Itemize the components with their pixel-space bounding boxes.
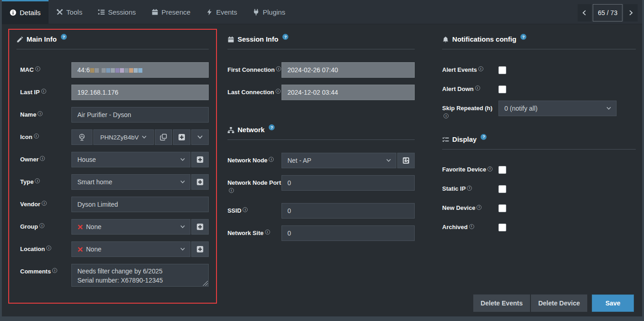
tab-presence[interactable]: Presence [144,0,198,24]
help-icon[interactable]: ? [282,34,288,40]
info-icon[interactable]: i [35,178,40,183]
add-type-button[interactable] [191,174,209,190]
plus-square-icon [196,223,204,230]
tasks-icon [442,136,449,143]
copy-icon [160,134,167,141]
skip-repeated-row: Skip Repeated (h)i 0 (notify all) [442,101,636,122]
ssid-input[interactable] [281,203,415,219]
add-group-button[interactable] [191,219,209,235]
alert-events-row: Alert Eventsi [442,62,636,78]
previous-device-button[interactable] [578,4,591,21]
network-node-port-input[interactable] [281,175,415,191]
name-input[interactable] [71,107,209,123]
info-icon[interactable]: i [229,188,234,193]
right-column: Notifications config ? Alert Eventsi Ale… [442,29,636,304]
info-icon[interactable]: i [35,66,40,71]
info-icon[interactable]: i [469,224,474,229]
copy-icon-button[interactable] [155,129,172,145]
main-info-title: Main Info ? [16,35,209,43]
tab-plugins[interactable]: Plugins [245,0,293,24]
chevron-down-icon [180,246,185,252]
delete-events-button[interactable]: Delete Events [473,294,530,312]
first-connection-row: First Connectioni 2024-02-26 07:40 [227,62,415,78]
favorite-device-row: Favorite Devicei [442,162,636,178]
add-icon-button[interactable] [173,129,190,145]
divider [16,49,209,49]
archived-checkbox[interactable] [498,224,506,231]
comments-textarea[interactable]: Needs filter change by 6/2025 Serial num… [71,264,209,287]
info-icon[interactable]: i [243,207,248,212]
tab-sessions[interactable]: Sessions [90,0,144,24]
network-node-row: Network Nodei Net - AP [227,153,415,168]
skip-repeated-select[interactable]: 0 (notify all) [498,101,617,116]
add-location-button[interactable] [191,241,209,257]
info-icon[interactable]: i [46,246,51,251]
info-icon[interactable]: i [39,223,44,228]
info-icon[interactable]: i [276,89,281,94]
info-icon[interactable]: i [40,156,45,161]
archived-row: Archivedi [442,220,636,235]
resize-handle[interactable] [203,281,208,286]
info-icon[interactable]: i [475,86,480,91]
static-ip-checkbox[interactable] [498,185,506,193]
network-node-port-row: Network Node Porti [227,175,415,196]
info-icon[interactable]: i [476,205,482,210]
help-icon[interactable]: ? [481,134,487,140]
help-icon[interactable]: ? [61,34,67,40]
favorite-device-checkbox[interactable] [498,166,506,174]
vendor-field-row: Vendori [16,197,209,212]
next-device-button[interactable] [624,4,638,21]
bell-icon [442,36,449,43]
group-select[interactable]: None [71,219,190,235]
last-ip-field-row: Last IPi 192.168.1.176 [16,85,209,100]
fan-icon [78,134,86,141]
chevron-down-icon [386,158,391,163]
static-ip-row: Static IPi [442,182,636,197]
chevron-right-icon [628,10,634,16]
tab-details[interactable]: Details [2,0,49,24]
network-site-input[interactable] [281,225,415,241]
info-icon[interactable]: i [276,66,281,71]
vendor-input[interactable] [71,197,209,212]
tab-events[interactable]: Events [198,0,245,24]
info-icon[interactable]: i [34,134,39,139]
tab-label: Sessions [108,8,136,16]
info-circle-icon [10,9,16,16]
name-field-row: Namei [16,107,209,123]
new-device-row: New Devicei [442,201,636,216]
owner-select[interactable]: House [71,152,190,167]
info-icon[interactable]: i [487,166,492,171]
x-icon [77,246,83,252]
sitemap-icon [227,127,234,134]
mac-field-row: MACi 44:6 [16,62,209,78]
new-device-checkbox[interactable] [498,204,506,212]
info-icon[interactable]: i [269,157,274,162]
help-icon[interactable]: ? [269,124,275,130]
info-icon[interactable]: i [478,66,483,71]
network-node-select[interactable]: Net - AP [281,153,396,168]
owner-field-row: Owneri House [16,152,209,167]
add-owner-button[interactable] [191,152,209,167]
help-icon[interactable]: ? [520,34,526,40]
icon-select[interactable]: PHN2ZyB4bV [93,129,154,145]
notifications-config-title: Notifications config ? [442,35,636,43]
network-site-row: Network Sitei [227,225,415,241]
info-icon[interactable]: i [444,113,449,118]
delete-device-button[interactable]: Delete Device [531,294,587,312]
save-button[interactable]: Save [592,294,634,312]
alert-down-checkbox[interactable] [498,86,506,93]
location-select[interactable]: None [71,241,190,257]
tab-tools[interactable]: Tools [49,0,90,24]
info-icon[interactable]: i [52,268,57,273]
expand-icons-button[interactable] [191,129,209,145]
type-select[interactable]: Smart home [71,174,190,190]
info-icon[interactable]: i [265,230,270,235]
go-to-network-node-button[interactable] [397,153,415,168]
info-icon[interactable]: i [467,186,472,191]
info-icon[interactable]: i [38,111,43,116]
icon-field-row: Iconi PHN2ZyB4bV [16,129,209,145]
alert-events-checkbox[interactable] [498,66,506,74]
info-icon[interactable]: i [41,89,46,94]
info-icon[interactable]: i [42,201,47,206]
device-icon-preview [71,129,92,145]
